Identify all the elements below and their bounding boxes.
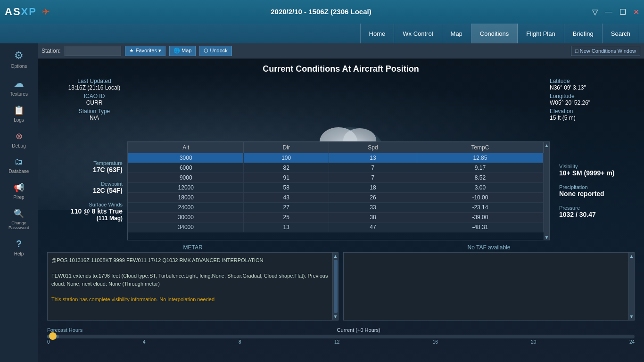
taf-title: No TAF available [343, 243, 635, 252]
nav-home[interactable]: Home [360, 24, 395, 43]
sidebar-item-debug[interactable]: ⊗ Debug [2, 127, 35, 152]
maximize-button[interactable]: ☐ [619, 8, 626, 16]
station-input[interactable] [65, 46, 121, 56]
elevation-value: 15 ft (5 m) [550, 115, 635, 121]
nav-conditions[interactable]: Conditions [471, 24, 518, 43]
last-updated-value: 13:16Z (21:16 Local) [47, 84, 141, 91]
table-cell-alt: 6000 [128, 163, 244, 173]
left-stats: Temperature 17C (63F) Dewpoint 12C (54F)… [47, 141, 123, 240]
tick-20: 20 [531, 339, 536, 345]
app-title: 2020/2/10 - 1506Z (2306 Local) [271, 8, 371, 16]
longitude-value: W05° 20' 52.26" [550, 99, 635, 106]
menu-icon[interactable]: ▽ [592, 8, 598, 16]
database-icon: 🗂 [15, 157, 23, 167]
sidebar-item-textures[interactable]: ☁ Textures [2, 74, 35, 100]
page-title: Current Conditions At Aircraft Position [38, 58, 644, 78]
sidebar-item-change-password[interactable]: 🔍 Change Passsword [2, 205, 35, 234]
table-cell-dir: 13 [244, 222, 329, 232]
table-row[interactable]: 340001347-48.31 [128, 222, 544, 232]
right-stats: Visibility 10+ SM (9999+ m) Precipitatio… [559, 141, 635, 240]
table-cell-temp: -23.14 [417, 203, 543, 213]
last-updated-label: Last Updated [47, 78, 141, 84]
table-cell-temp: 3.00 [417, 183, 543, 193]
window-controls: ▽ — ☐ ✕ [592, 8, 639, 16]
forecast-slider-thumb[interactable] [49, 332, 57, 340]
table-cell-spd: 26 [329, 193, 417, 203]
wind-table-wrapper: Alt Dir Spd TempC 30001001312.8560008279… [127, 141, 550, 240]
table-scrollbar[interactable]: ▲ ▼ [544, 142, 549, 240]
metar-line2: FEW011 extends to:1796 feet (Cloud type:… [51, 273, 328, 287]
table-cell-spd: 18 [329, 183, 417, 193]
metar-highlight: This station has complete visibility inf… [51, 296, 215, 302]
minimize-button[interactable]: — [605, 8, 612, 16]
metar-text-area[interactable]: @POS 101316Z 11008KT 9999 FEW011 17/12 Q… [48, 253, 332, 320]
sidebar-item-options[interactable]: ⚙ Options [2, 46, 35, 73]
table-row[interactable]: 1200058183.00 [128, 183, 544, 193]
sidebar: ⚙ Options ☁ Textures 📋 Logs ⊗ Debug 🗂 Da… [0, 43, 38, 362]
table-cell-dir: 82 [244, 163, 329, 173]
nav-briefing[interactable]: Briefing [564, 24, 603, 43]
nav-search[interactable]: Search [603, 24, 639, 43]
sidebar-label-change-password: Change Passsword [4, 221, 33, 230]
table-cell-spd: 47 [329, 222, 417, 232]
taf-text-area[interactable] [344, 253, 628, 320]
surface-winds-mag: (111 Mag) [47, 215, 123, 222]
icao-label: ICAO ID [47, 93, 141, 99]
table-cell-temp: -10.00 [417, 193, 543, 203]
tick-0: 0 [47, 339, 50, 345]
table-row[interactable]: 90009178.52 [128, 173, 544, 183]
sidebar-label-logs: Logs [14, 117, 24, 123]
col-spd: Spd [329, 142, 417, 153]
forecast-slider-track[interactable] [47, 335, 635, 338]
table-row[interactable]: 240002733-23.14 [128, 203, 544, 213]
surface-winds-value: 110 @ 8 kts True [47, 207, 123, 215]
pressure-label: Pressure [559, 205, 635, 211]
textures-icon: ☁ [14, 77, 24, 90]
tick-16: 16 [433, 339, 438, 345]
sidebar-item-help[interactable]: ? Help [2, 235, 35, 260]
undock-button[interactable]: ⬡ Undock [199, 46, 231, 56]
table-cell-spd: 38 [329, 213, 417, 222]
taf-scrollbar[interactable]: ▲ ▼ [628, 253, 634, 320]
temperature-group: Temperature 17C (63F) [47, 160, 123, 173]
metar-section: METAR @POS 101316Z 11008KT 9999 FEW011 1… [47, 243, 339, 325]
nav-map[interactable]: Map [442, 24, 471, 43]
table-cell-alt: 24000 [128, 203, 244, 213]
nav-wx-control[interactable]: Wx Control [394, 24, 442, 43]
metar-scrollbar[interactable]: ▲ ▼ [332, 253, 338, 320]
wind-table-scroll-area: Alt Dir Spd TempC 30001001312.8560008279… [128, 142, 544, 240]
sidebar-item-pirep[interactable]: 📢 Pirep [2, 179, 35, 204]
tick-24: 24 [629, 339, 635, 345]
table-row[interactable]: 60008279.17 [128, 163, 544, 173]
pirep-icon: 📢 [14, 182, 24, 193]
map-button[interactable]: 🌐 Map [169, 46, 196, 56]
table-cell-dir: 43 [244, 193, 329, 203]
favorites-button[interactable]: ★ ★ Favorites ▾ Favorites ▾ [125, 46, 165, 56]
table-row[interactable]: 300002538-39.00 [128, 213, 544, 222]
latitude-value: N36° 09' 3.13" [550, 84, 635, 91]
main-layout: ⚙ Options ☁ Textures 📋 Logs ⊗ Debug 🗂 Da… [0, 43, 644, 362]
table-cell-dir: 58 [244, 183, 329, 193]
tick-4: 4 [143, 339, 146, 345]
navbar: Home Wx Control Map Conditions Flight Pl… [0, 24, 644, 43]
nav-flight-plan[interactable]: Flight Plan [518, 24, 564, 43]
sidebar-item-database[interactable]: 🗂 Database [2, 153, 35, 178]
wind-table: Alt Dir Spd TempC 30001001312.8560008279… [128, 142, 544, 232]
table-row[interactable]: 180004326-10.00 [128, 193, 544, 203]
pressure-value: 1032 / 30.47 [559, 211, 635, 218]
temperature-value: 17C (63F) [47, 166, 123, 173]
table-cell-temp: 8.52 [417, 173, 543, 183]
table-cell-spd: 33 [329, 203, 417, 213]
middle-section: Temperature 17C (63F) Dewpoint 12C (54F)… [38, 139, 644, 243]
new-conditions-button[interactable]: □ New Conditions Window [571, 46, 640, 56]
visibility-label: Visibility [559, 164, 635, 169]
table-row[interactable]: 30001001312.85 [128, 153, 544, 163]
sidebar-item-logs[interactable]: 📋 Logs [2, 101, 35, 126]
table-cell-temp: 9.17 [417, 163, 543, 173]
table-cell-alt: 9000 [128, 173, 244, 183]
info-right: Latitude N36° 09' 3.13" Longitude W05° 2… [540, 78, 635, 134]
station-type-value: N/A [47, 115, 141, 121]
sidebar-label-textures: Textures [10, 91, 28, 97]
surface-winds-group: Surface Winds 110 @ 8 kts True (111 Mag) [47, 202, 123, 222]
close-button[interactable]: ✕ [633, 8, 639, 16]
